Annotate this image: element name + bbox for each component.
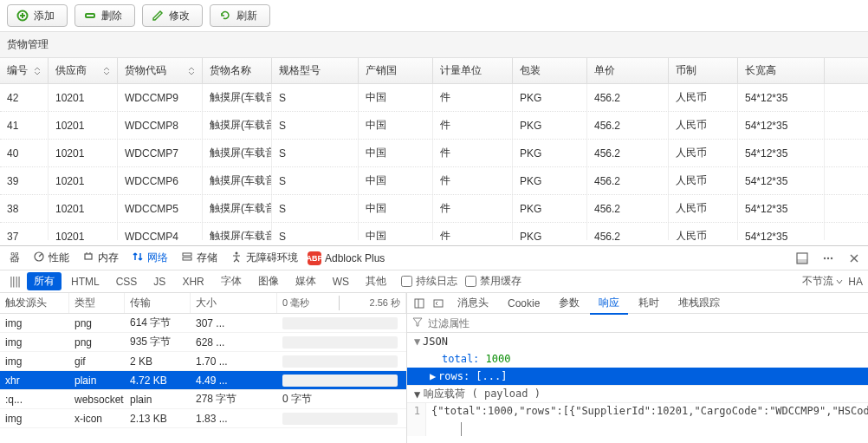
tree-json-root[interactable]: ▼JSON xyxy=(407,333,868,350)
grid-header: 编号 供应商 货物代码 货物名称 规格型号 产销国 计量单位 包装 单价 币制 … xyxy=(0,58,868,84)
filter-input[interactable] xyxy=(428,317,863,329)
cell-supplier: 10201 xyxy=(49,167,118,194)
tab-cookie[interactable]: Cookie xyxy=(499,295,548,312)
col-timeline[interactable]: 0 毫秒 2.56 秒 xyxy=(277,293,406,313)
request-row[interactable]: imgx-icon2.13 KB1.83 ... xyxy=(0,409,406,428)
col-unit[interactable]: 计量单位 xyxy=(433,58,513,83)
req-type: gif xyxy=(69,355,125,368)
cell-pkg: PKG xyxy=(513,112,587,139)
request-row[interactable]: imgpng935 字节628 ... xyxy=(0,333,406,352)
throttle-select[interactable]: 不节流 xyxy=(802,274,843,289)
tab-stack[interactable]: 堆栈跟踪 xyxy=(670,293,729,313)
table-row[interactable]: 3910201WDCCMP6触摸屏(车载音S中国件PKG456.2人民币54*1… xyxy=(0,167,868,195)
payload-header[interactable]: ▼响应载荷 ( payload ) xyxy=(407,385,868,402)
filter-other[interactable]: 其他 xyxy=(359,272,393,290)
abp-icon: ABP xyxy=(308,251,321,265)
request-row[interactable]: imgpng614 字节307 ... xyxy=(0,314,406,333)
tab-performance[interactable]: 性能 xyxy=(27,247,75,269)
filter-bar: ‖‖ 所有 HTML CSS JS XHR 字体 图像 媒体 WS 其他 持续日… xyxy=(0,270,868,293)
tab-response[interactable]: 响应 xyxy=(590,293,628,315)
memory-icon xyxy=(82,251,94,265)
cell-id: 39 xyxy=(0,167,49,194)
col-dim[interactable]: 长宽高 xyxy=(738,58,825,83)
filter-xhr[interactable]: XHR xyxy=(175,274,211,290)
close-icon[interactable] xyxy=(844,248,865,269)
tab-storage[interactable]: 存储 xyxy=(175,247,223,269)
request-row[interactable]: xhrplain4.72 KB4.49 ... xyxy=(0,371,406,390)
request-rows[interactable]: imgpng614 字节307 ...imgpng935 字节628 ...im… xyxy=(0,314,406,443)
svg-rect-19 xyxy=(415,299,424,308)
table-row[interactable]: 3710201WDCCMP4触摸屏(车载音S中国件PKG456.2人民币54*1… xyxy=(0,223,868,240)
more-icon[interactable] xyxy=(818,248,839,269)
cell-supplier: 10201 xyxy=(49,195,118,222)
cell-id: 41 xyxy=(0,112,49,139)
cell-currency: 人民币 xyxy=(669,84,738,111)
req-type: websocket xyxy=(69,394,125,406)
toggle-pane-icon[interactable] xyxy=(411,295,428,312)
filter-html[interactable]: HTML xyxy=(64,274,107,290)
filter-css[interactable]: CSS xyxy=(109,274,145,290)
tab-memory[interactable]: 内存 xyxy=(76,247,125,269)
request-row[interactable]: :q...websocketplain 278 字节0 字节 xyxy=(0,390,406,409)
har-button[interactable]: HA xyxy=(848,276,863,288)
tab-params[interactable]: 参数 xyxy=(550,293,588,313)
tree-total[interactable]: total: 1000 xyxy=(407,350,868,368)
tab-headers[interactable]: 消息头 xyxy=(449,293,497,313)
grid-body[interactable]: 4210201WDCCMP9触摸屏(车载音S中国件PKG456.2人民币54*1… xyxy=(0,84,868,240)
col-pkg[interactable]: 包装 xyxy=(513,58,587,83)
gauge-icon xyxy=(33,251,45,265)
cell-pkg: PKG xyxy=(513,223,587,240)
col-size[interactable]: 大小 xyxy=(191,293,277,313)
req-type: png xyxy=(69,336,125,349)
tab-network[interactable]: 网络 xyxy=(126,247,174,269)
col-transfer[interactable]: 传输 xyxy=(125,293,191,313)
col-id[interactable]: 编号 xyxy=(0,58,49,83)
filter-all[interactable]: 所有 xyxy=(27,272,62,290)
request-list: 触发源头 类型 传输 大小 0 毫秒 2.56 秒 imgpng614 字节30… xyxy=(0,293,407,443)
cell-id: 40 xyxy=(0,140,49,166)
cell-pkg: PKG xyxy=(513,167,587,194)
cell-name: 触摸屏(车载音 xyxy=(203,84,272,111)
col-type[interactable]: 类型 xyxy=(69,293,125,313)
filter-media[interactable]: 媒体 xyxy=(288,272,323,290)
col-currency[interactable]: 币制 xyxy=(669,58,738,83)
col-code[interactable]: 货物代码 xyxy=(118,58,203,83)
tab-a11y[interactable]: 无障碍环境 xyxy=(224,247,304,269)
dock-icon[interactable] xyxy=(792,248,813,269)
disable-cache-checkbox[interactable]: 禁用缓存 xyxy=(465,274,521,289)
col-spec[interactable]: 规格型号 xyxy=(272,58,359,83)
delete-button[interactable]: 删除 xyxy=(74,4,135,27)
tab-truncated[interactable]: 器 xyxy=(3,247,26,269)
filter-js[interactable]: JS xyxy=(146,274,172,290)
col-initiator[interactable]: 触发源头 xyxy=(0,293,69,313)
req-size: 1.70 ... xyxy=(191,355,277,368)
refresh-button[interactable]: 刷新 xyxy=(210,4,270,27)
persist-log-checkbox[interactable]: 持续日志 xyxy=(401,274,457,289)
req-size: 4.49 ... xyxy=(191,375,277,387)
request-row[interactable]: imggif2 KB1.70 ... xyxy=(0,352,406,371)
filter-img[interactable]: 图像 xyxy=(251,272,286,290)
table-row[interactable]: 3810201WDCCMP5触摸屏(车载音S中国件PKG456.2人民币54*1… xyxy=(0,195,868,223)
col-supplier[interactable]: 供应商 xyxy=(49,58,118,83)
filter-font[interactable]: 字体 xyxy=(214,272,249,290)
add-button[interactable]: 添加 xyxy=(7,4,68,27)
tab-adblock[interactable]: ABPAdblock Plus xyxy=(305,248,391,269)
svg-rect-13 xyxy=(797,259,807,264)
table-row[interactable]: 4110201WDCCMP8触摸屏(车载音S中国件PKG456.2人民币54*1… xyxy=(0,112,868,140)
table-row[interactable]: 4210201WDCCMP9触摸屏(车载音S中国件PKG456.2人民币54*1… xyxy=(0,84,868,112)
col-name[interactable]: 货物名称 xyxy=(203,58,272,83)
tab-timing[interactable]: 耗时 xyxy=(630,293,668,313)
req-transfer: 2.13 KB xyxy=(125,413,191,425)
payload-text[interactable]: {"total":1000,"rows":[{"SupplierId":1020… xyxy=(426,403,868,419)
tree-rows[interactable]: ▶rows: [...] xyxy=(407,368,868,385)
filter-ws[interactable]: WS xyxy=(326,274,356,290)
json-tree[interactable]: ▼JSON total: 1000 ▶rows: [...] ▼响应载荷 ( p… xyxy=(407,333,868,443)
col-country[interactable]: 产销国 xyxy=(359,58,433,83)
table-row[interactable]: 4010201WDCCMP7触摸屏(车载音S中国件PKG456.2人民币54*1… xyxy=(0,140,868,167)
pause-icon[interactable]: ‖‖ xyxy=(5,276,24,288)
col-price[interactable]: 单价 xyxy=(587,58,669,83)
cell-unit: 件 xyxy=(433,84,513,111)
edit-button[interactable]: 修改 xyxy=(142,4,203,27)
req-waterfall: 0 字节 xyxy=(277,392,406,407)
raw-toggle-icon[interactable] xyxy=(430,295,447,312)
